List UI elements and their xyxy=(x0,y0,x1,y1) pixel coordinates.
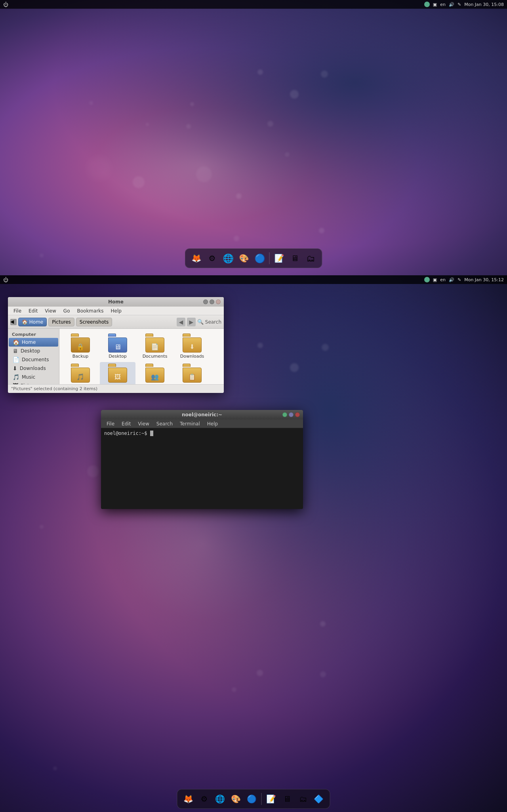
search-bar[interactable]: 🔍 Search xyxy=(197,319,221,325)
terminal-close[interactable] xyxy=(295,412,300,417)
terminal-menu-search[interactable]: Search xyxy=(153,420,176,427)
power-icon[interactable]: ⏻ xyxy=(3,2,8,8)
lang-indicator-bottom[interactable]: en xyxy=(440,277,446,282)
desktop-icon: 🖥 xyxy=(13,348,18,354)
folder-backup-icon: 🔒 xyxy=(71,334,90,353)
window-minimize[interactable] xyxy=(203,299,208,304)
power-icon-bottom[interactable]: ⏻ xyxy=(3,277,8,283)
terminal-menu-terminal[interactable]: Terminal xyxy=(177,420,203,427)
volume-icon-bottom[interactable]: 🔊 xyxy=(449,277,454,282)
tab-pictures[interactable]: Pictures xyxy=(48,318,74,326)
status-text: "Pictures" selected (containing 2 items) xyxy=(11,386,97,391)
terminal-title: noel@oneiric:~ xyxy=(182,412,222,417)
terminal-body[interactable]: noel@oneiric:~$ xyxy=(101,428,303,509)
sidebar-item-pictures[interactable]: 🖼 Pictures xyxy=(9,381,58,384)
folder-music-icon: 🎵 xyxy=(71,364,90,383)
top-screen: ⏻ ▣ en 🔊 ✎ Mon Jan 30, 15:08 🦊 ⚙️ 🌐 🎨 🔵 … xyxy=(0,0,507,275)
bottom-panel: ⏻ ▣ en 🔊 ✎ Mon Jan 30, 15:12 xyxy=(0,275,507,284)
window-close[interactable] xyxy=(216,299,221,304)
dock-bottom-text-editor[interactable]: 📝 xyxy=(264,792,278,806)
toolbar-nav: ◀ ▶ 🔍 Search xyxy=(177,318,221,326)
tab-home[interactable]: 🏠 Home xyxy=(18,318,47,326)
dock-firefox[interactable]: 🦊 xyxy=(189,251,204,265)
terminal-minimize[interactable] xyxy=(282,412,287,417)
terminal-menu-view[interactable]: View xyxy=(135,420,152,427)
bottom-screen: ⏻ ▣ en 🔊 ✎ Mon Jan 30, 15:12 Home File E… xyxy=(0,275,507,812)
network-indicator xyxy=(424,2,430,7)
edit-icon[interactable]: ✎ xyxy=(457,2,461,7)
top-panel: ⏻ ▣ en 🔊 ✎ Mon Jan 30, 15:08 xyxy=(0,0,507,9)
file-manager-sidebar: Computer 🏠 Home 🖥 Desktop 📄 Documents ⬇ … xyxy=(8,329,59,384)
file-manager-status: "Pictures" selected (containing 2 items) xyxy=(8,384,224,393)
menu-file[interactable]: File xyxy=(10,307,25,315)
display-icon[interactable]: ▣ xyxy=(433,2,437,7)
menu-bookmarks[interactable]: Bookmarks xyxy=(74,307,107,315)
dock-files-top[interactable]: 🗂 xyxy=(304,251,318,265)
file-item-public[interactable]: 👥 Public xyxy=(137,362,173,384)
file-item-templates[interactable]: 📋 Templates xyxy=(174,362,210,384)
sidebar-toggle[interactable]: ◀ xyxy=(10,319,17,325)
sidebar-item-documents[interactable]: 📄 Documents xyxy=(9,355,58,364)
file-manager-body: Computer 🏠 Home 🖥 Desktop 📄 Documents ⬇ … xyxy=(8,329,224,384)
bottom-panel-left: ⏻ xyxy=(3,277,8,283)
folder-templates-icon: 📋 xyxy=(183,364,202,383)
dock-chrome[interactable]: 🌐 xyxy=(221,251,235,265)
dock-terminal-top[interactable]: 🖥 xyxy=(288,251,302,265)
dock-bottom-files[interactable]: 🗂 xyxy=(296,792,310,806)
sidebar-home-label: Home xyxy=(22,339,36,345)
dock-bottom-color[interactable]: 🎨 xyxy=(229,792,243,806)
sidebar-documents-label: Documents xyxy=(22,357,49,362)
sidebar-item-music[interactable]: 🎵 Music xyxy=(9,373,58,381)
tab-screenshots[interactable]: Screenshots xyxy=(76,318,112,326)
file-item-music[interactable]: 🎵 Music xyxy=(63,362,98,384)
sidebar-computer-label: Computer xyxy=(8,330,59,338)
terminal-menu-edit[interactable]: Edit xyxy=(118,420,134,427)
window-maximize[interactable] xyxy=(210,299,214,304)
lang-indicator[interactable]: en xyxy=(440,2,446,7)
display-icon-bottom[interactable]: ▣ xyxy=(433,277,437,282)
dock-bittorrent[interactable]: 🔵 xyxy=(253,251,267,265)
dock-bottom-separator xyxy=(261,793,262,805)
volume-icon[interactable]: 🔊 xyxy=(449,2,454,7)
dock-bottom-extra[interactable]: 🔷 xyxy=(312,792,326,806)
sidebar-music-label: Music xyxy=(22,374,35,380)
terminal-titlebar: noel@oneiric:~ xyxy=(101,410,303,419)
file-manager-toolbar: ◀ 🏠 Home Pictures Screenshots ◀ ▶ 🔍 Sear… xyxy=(8,315,224,329)
edit-icon-bottom[interactable]: ✎ xyxy=(457,277,461,282)
file-manager-title: Home xyxy=(108,299,124,305)
nav-back[interactable]: ◀ xyxy=(177,318,185,326)
folder-pictures-icon: 🖼 xyxy=(108,364,127,383)
dock-bottom-settings[interactable]: ⚙️ xyxy=(197,792,212,806)
dock-bottom-chrome[interactable]: 🌐 xyxy=(213,792,227,806)
top-dock: 🦊 ⚙️ 🌐 🎨 🔵 📝 🖥 🗂 xyxy=(185,248,322,268)
dock-bottom-bittorrent[interactable]: 🔵 xyxy=(245,792,259,806)
terminal-maximize[interactable] xyxy=(289,412,294,417)
folder-downloads-icon: ⬇ xyxy=(183,334,202,353)
sidebar-desktop-label: Desktop xyxy=(21,348,40,354)
sidebar-item-home[interactable]: 🏠 Home xyxy=(9,338,58,347)
nav-forward[interactable]: ▶ xyxy=(187,318,196,326)
dock-text-editor[interactable]: 📝 xyxy=(272,251,286,265)
menu-help[interactable]: Help xyxy=(108,307,125,315)
search-icon: 🔍 xyxy=(197,319,204,325)
sidebar-item-downloads[interactable]: ⬇ Downloads xyxy=(9,364,58,373)
dock-settings[interactable]: ⚙️ xyxy=(205,251,219,265)
file-item-documents[interactable]: 📄 Documents xyxy=(137,332,173,360)
dock-bottom-terminal[interactable]: 🖥 xyxy=(280,792,294,806)
dock-separator xyxy=(269,252,270,264)
menu-edit[interactable]: Edit xyxy=(25,307,41,315)
file-item-downloads[interactable]: ⬇ Downloads xyxy=(174,332,210,360)
terminal-menu-file[interactable]: File xyxy=(103,420,118,427)
file-item-backup[interactable]: 🔒 Backup xyxy=(63,332,98,360)
file-item-pictures[interactable]: 🖼 Pictures xyxy=(100,362,135,384)
file-item-desktop[interactable]: 🖥 Desktop xyxy=(100,332,135,360)
terminal-menu-help[interactable]: Help xyxy=(204,420,221,427)
terminal-menubar: File Edit View Search Terminal Help xyxy=(101,419,303,428)
dock-bottom-firefox[interactable]: 🦊 xyxy=(181,792,196,806)
menu-go[interactable]: Go xyxy=(60,307,73,315)
file-backup-label: Backup xyxy=(72,354,88,359)
sidebar-item-desktop[interactable]: 🖥 Desktop xyxy=(9,347,58,355)
folder-desktop-icon: 🖥 xyxy=(108,334,127,353)
menu-view[interactable]: View xyxy=(42,307,59,315)
dock-color[interactable]: 🎨 xyxy=(237,251,251,265)
